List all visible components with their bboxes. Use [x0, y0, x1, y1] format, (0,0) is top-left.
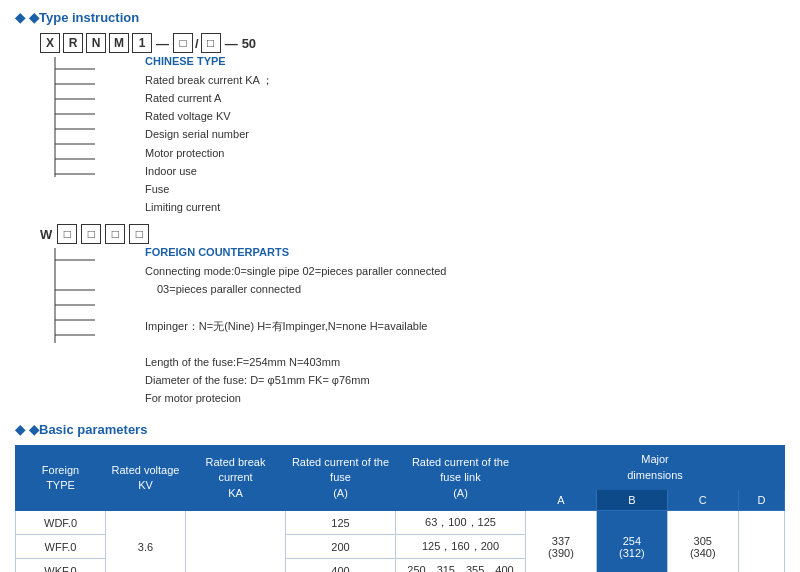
foreign-ann-1: Connecting mode:0=single pipe 02=pieces …	[145, 262, 447, 280]
header-dim-c: C	[667, 490, 738, 511]
ann-rated-current: Rated current A	[145, 89, 273, 107]
cell-link-1: 63，100，125	[396, 511, 526, 535]
ann-limiting: Limiting current	[145, 198, 273, 216]
ann-motor-protection: Motor protection	[145, 144, 273, 162]
foreign-ann-3: Impinger：N=无(Nine) H=有Impinger,N=none H=…	[145, 317, 447, 335]
cell-fuse-400: 400	[286, 559, 396, 572]
ann-break-current: Rated break current KA ；	[145, 71, 273, 89]
foreign-ann-4: Length of the fuse:F=254mm N=403mm	[145, 353, 447, 371]
header-major-dimensions: Majordimensions	[526, 446, 785, 490]
code-n: N	[86, 33, 106, 53]
basic-parameters-title: ◆ ◆Basic parameters	[15, 422, 785, 437]
foreign-label: FOREIGN COUNTERPARTS	[145, 246, 447, 258]
header-dim-b: B	[596, 490, 667, 511]
parameters-table: ForeignTYPE Rated voltageKV Rated break …	[15, 445, 785, 572]
code-1: 1	[132, 33, 152, 53]
basic-parameters-section: ◆ ◆Basic parameters ForeignTYPE Rated vo…	[15, 422, 785, 572]
chinese-type-label: CHINESE TYPE	[145, 55, 273, 67]
cell-break-50: 50	[186, 511, 286, 572]
header-voltage: Rated voltageKV	[106, 446, 186, 511]
cell-d-1: 76	[738, 511, 784, 572]
type-instruction-body: X R N M 1 — □ / □ — 50	[15, 33, 785, 407]
type-instruction-title: ◆ ◆Type instruction	[15, 10, 785, 25]
cell-a-1: 337(390)	[526, 511, 597, 572]
code-r: R	[63, 33, 83, 53]
diamond-icon: ◆	[15, 10, 25, 25]
header-dim-d: D	[738, 490, 784, 511]
type-instruction-section: ◆ ◆Type instruction X R N M 1 — □ / □ — …	[15, 10, 785, 407]
foreign-ann-blank2	[145, 335, 447, 353]
table-row: WDF.0 3.6 50 125 63，100，125 337(390) 254…	[16, 511, 785, 535]
cell-fuse-125: 125	[286, 511, 396, 535]
cell-foreign: WKF.0	[16, 559, 106, 572]
header-break-current: Rated break currentKA	[186, 446, 286, 511]
code-m: M	[109, 33, 129, 53]
header-fuse-link: Rated current of the fuse link(A)	[396, 446, 526, 511]
diamond2-icon: ◆	[15, 422, 25, 437]
table-body: WDF.0 3.6 50 125 63，100，125 337(390) 254…	[16, 511, 785, 572]
ann-fuse: Fuse	[145, 180, 273, 198]
cell-fuse-200: 200	[286, 535, 396, 559]
foreign-ann-6: For motor protecion	[145, 389, 447, 407]
foreign-ann-5: Diameter of the fuse: D= φ51mm FK= φ76mm	[145, 371, 447, 389]
header-dim-a: A	[526, 490, 597, 511]
header-fuse-current: Rated current of the fuse(A)	[286, 446, 396, 511]
chinese-type-annotations: Rated break current KA ； Rated current A…	[145, 71, 273, 216]
cell-foreign: WFF.0	[16, 535, 106, 559]
table-header-row1: ForeignTYPE Rated voltageKV Rated break …	[16, 446, 785, 490]
foreign-ann-2: 03=pieces paraller connected	[157, 280, 447, 298]
foreign-annotations: Connecting mode:0=single pipe 02=pieces …	[145, 262, 447, 407]
ann-design-serial: Design serial number	[145, 125, 273, 143]
ann-rated-voltage: Rated voltage KV	[145, 107, 273, 125]
cell-c-1: 305(340)	[667, 511, 738, 572]
cell-voltage-36: 3.6	[106, 511, 186, 572]
cell-link-3: 250，315，355，400	[396, 559, 526, 572]
cell-link-2: 125，160，200	[396, 535, 526, 559]
ann-indoor: Indoor use	[145, 162, 273, 180]
cell-b-1: 254(312)	[596, 511, 667, 572]
cell-foreign: WDF.0	[16, 511, 106, 535]
header-foreign: ForeignTYPE	[16, 446, 106, 511]
foreign-ann-blank	[145, 298, 447, 316]
code-x: X	[40, 33, 60, 53]
